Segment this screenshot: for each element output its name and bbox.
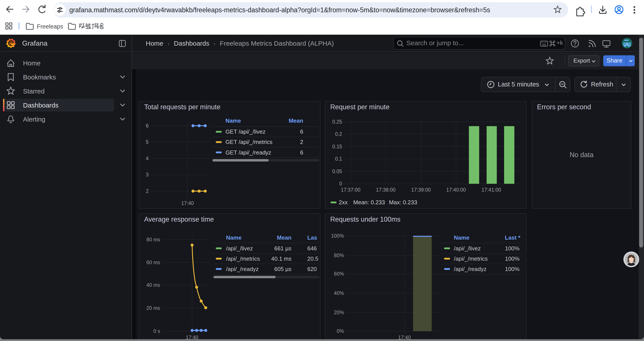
- svg-text:20%: 20%: [334, 310, 344, 315]
- svg-text:3: 3: [146, 172, 149, 178]
- svg-text:80%: 80%: [334, 253, 344, 258]
- svg-text:17:40: 17:40: [186, 335, 198, 339]
- svg-text:2: 2: [146, 188, 149, 194]
- svg-text:Mean: 0.233: Mean: 0.233: [353, 199, 385, 206]
- svg-text:0: 0: [339, 181, 342, 187]
- svg-text:60 ms: 60 ms: [146, 260, 160, 265]
- svg-text:17:39:00: 17:39:00: [411, 187, 430, 193]
- svg-text:Last *: Last *: [504, 235, 520, 241]
- svg-text:100%: 100%: [505, 245, 519, 252]
- svg-text:0.2: 0.2: [335, 131, 342, 137]
- svg-text:6: 6: [300, 149, 303, 156]
- svg-text:6: 6: [300, 129, 303, 135]
- svg-text:Name: Name: [226, 118, 241, 124]
- svg-text:100%: 100%: [505, 256, 519, 262]
- svg-text:17:41:00: 17:41:00: [481, 187, 501, 193]
- svg-text:Mean: Mean: [277, 235, 292, 241]
- svg-text:20 ms: 20 ms: [146, 305, 160, 311]
- svg-text:100%: 100%: [505, 266, 519, 272]
- svg-text:/api/_/livez: /api/_/livez: [226, 245, 253, 252]
- svg-text:17:38:00: 17:38:00: [376, 187, 395, 193]
- svg-text:661 µs: 661 µs: [274, 245, 292, 252]
- svg-text:Name: Name: [454, 235, 469, 241]
- svg-text:/api/_/metrics: /api/_/metrics: [226, 256, 260, 262]
- svg-text:GET /api/_/livez: GET /api/_/livez: [226, 129, 266, 135]
- svg-text:0.25: 0.25: [332, 119, 342, 125]
- svg-text:GET /api/_/readyz: GET /api/_/readyz: [226, 149, 271, 156]
- svg-text:0.15: 0.15: [332, 144, 342, 150]
- svg-text:0.05: 0.05: [332, 169, 342, 174]
- svg-text:0%: 0%: [336, 328, 344, 334]
- svg-text:Mean: Mean: [289, 118, 303, 124]
- svg-text:/api/_/readyz: /api/_/readyz: [226, 266, 259, 272]
- svg-text:GET /api/_/metrics: GET /api/_/metrics: [226, 139, 273, 146]
- svg-text:17:40: 17:40: [398, 335, 411, 339]
- svg-text:2xx: 2xx: [339, 199, 348, 206]
- svg-text:0.1: 0.1: [335, 156, 342, 162]
- svg-text:Las: Las: [308, 235, 318, 241]
- svg-text:Name: Name: [226, 235, 242, 241]
- svg-text:646: 646: [308, 245, 317, 252]
- svg-text:17:40:00: 17:40:00: [446, 187, 466, 193]
- svg-text:100%: 100%: [331, 233, 344, 239]
- svg-text:2: 2: [300, 139, 303, 146]
- svg-text:620: 620: [308, 266, 317, 272]
- svg-text:40 ms: 40 ms: [146, 282, 160, 288]
- svg-text:5: 5: [146, 139, 149, 145]
- svg-text:605 µs: 605 µs: [274, 266, 292, 272]
- svg-text:0 s: 0 s: [154, 328, 160, 334]
- svg-text:80 ms: 80 ms: [146, 237, 160, 243]
- svg-text:No data: No data: [570, 151, 593, 159]
- svg-text:20.5 r: 20.5 r: [308, 256, 320, 262]
- svg-text:/api/_/readyz: /api/_/readyz: [454, 266, 486, 272]
- svg-text:/api/_/metrics: /api/_/metrics: [454, 256, 488, 262]
- svg-text:60%: 60%: [334, 271, 344, 277]
- svg-text:40.1 ms: 40.1 ms: [271, 256, 292, 262]
- svg-text:17:40: 17:40: [181, 201, 194, 206]
- svg-text:17:37:00: 17:37:00: [341, 187, 360, 193]
- svg-text:4: 4: [146, 156, 149, 162]
- svg-text:6: 6: [146, 123, 149, 129]
- svg-text:Max: 0.233: Max: 0.233: [389, 199, 417, 206]
- svg-text:/api/_/livez: /api/_/livez: [454, 245, 481, 252]
- svg-text:40%: 40%: [334, 290, 344, 296]
